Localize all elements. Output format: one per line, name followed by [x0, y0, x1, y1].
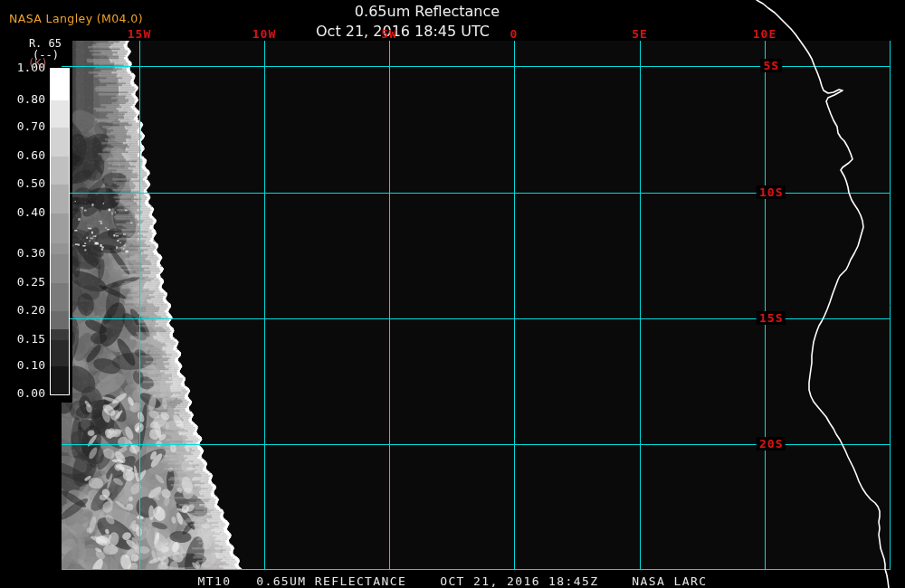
- satellite-map-canvas: [0, 0, 905, 588]
- colorbar-segment: [51, 311, 69, 329]
- colorbar: [50, 68, 70, 395]
- colorbar-variable-label: R. 65: [29, 37, 62, 50]
- satellite-viewer: NASA Langley (M04.0) 0.65um Reflectance …: [0, 0, 905, 588]
- colorbar-tick-label: 0.40: [17, 205, 45, 219]
- longitude-label-10w: 10W: [252, 27, 276, 41]
- latitude-label-5s: 5S: [760, 59, 782, 72]
- footer-caption: MT10 0.65UM REFLECTANCE OCT 21, 2016 18:…: [198, 574, 708, 588]
- colorbar-tick-label: 0.70: [17, 119, 45, 133]
- colorbar-tick-label: 0.50: [17, 176, 45, 190]
- colorbar-tick-label: 0.25: [17, 275, 45, 289]
- latitude-label-10s: 10S: [757, 185, 786, 199]
- latitude-label-15s: 15S: [757, 311, 786, 325]
- colorbar-tick-label: 0.10: [17, 358, 45, 372]
- latitude-label-20s: 20S: [757, 437, 786, 450]
- colorbar-segment: [51, 213, 69, 243]
- colorbar-segment: [51, 283, 69, 311]
- colorbar-segment: [51, 243, 69, 254]
- colorbar-tick-label: 0.20: [17, 303, 45, 317]
- colorbar-segment: [51, 254, 69, 283]
- colorbar-tick-label: 0.80: [17, 92, 45, 106]
- colorbar-tick-label: 0.00: [17, 386, 45, 400]
- longitude-label-0: 0: [510, 27, 519, 41]
- longitude-label-15w: 15W: [128, 27, 151, 41]
- colorbar-segment: [51, 69, 69, 100]
- product-timestamp: Oct 21, 2016 18:45 UTC: [316, 23, 490, 40]
- colorbar-segment: [51, 185, 69, 213]
- colorbar-segment: [51, 156, 69, 185]
- product-title: 0.65um Reflectance: [355, 3, 500, 20]
- brand-label: NASA Langley (M04.0): [9, 12, 143, 25]
- colorbar-segment: [51, 329, 69, 340]
- colorbar-segment: [51, 128, 69, 156]
- colorbar-tick-label: 1.00: [17, 61, 45, 74]
- longitude-label-10e: 10E: [753, 27, 776, 41]
- longitude-label-5w: 5W: [381, 27, 397, 41]
- colorbar-segment: [51, 340, 69, 366]
- colorbar-tick-label: 0.60: [17, 148, 45, 162]
- colorbar-tick-label: 0.30: [17, 246, 45, 260]
- colorbar-segment: [51, 366, 69, 394]
- colorbar-segment: [51, 100, 69, 128]
- longitude-label-5e: 5E: [632, 27, 648, 41]
- colorbar-tick-label: 0.15: [17, 332, 45, 346]
